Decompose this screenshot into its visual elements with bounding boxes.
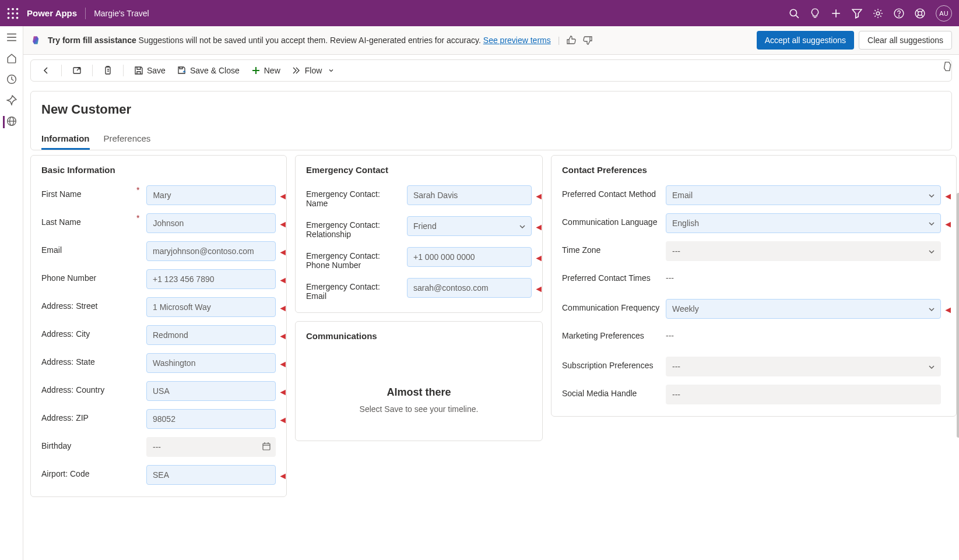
pref-freq-select[interactable]: [666, 299, 941, 319]
state-input[interactable]: [146, 353, 276, 373]
tab-information[interactable]: Information: [41, 129, 90, 150]
suggestion-arrow-icon: ◄: [278, 415, 287, 425]
svg-point-6: [8, 16, 10, 19]
section-title-emergency: Emergency Contact: [306, 165, 532, 175]
app-title: Power Apps: [27, 8, 77, 18]
street-input[interactable]: [146, 297, 276, 317]
new-button[interactable]: New: [247, 64, 285, 78]
svg-line-22: [921, 10, 923, 12]
calendar-icon[interactable]: [262, 442, 271, 451]
tab-preferences[interactable]: Preferences: [104, 129, 151, 150]
airport-input[interactable]: [146, 465, 276, 485]
section-title-prefs: Contact Preferences: [562, 165, 941, 175]
communications-section: Communications Almost there Select Save …: [295, 321, 543, 441]
hamburger-icon[interactable]: [6, 32, 17, 43]
svg-point-5: [16, 12, 19, 15]
city-input[interactable]: [146, 325, 276, 345]
label-pref-freq: Communication Frequency: [562, 303, 659, 312]
thumbs-up-icon[interactable]: [567, 36, 576, 45]
user-avatar[interactable]: AU: [936, 5, 952, 22]
plus-icon[interactable]: [831, 8, 841, 19]
preview-terms-link[interactable]: See preview terms: [483, 36, 551, 45]
help-icon[interactable]: [894, 8, 904, 19]
label-ec-email: Emergency Contact: Email: [306, 282, 380, 301]
lightbulb-icon[interactable]: [810, 8, 820, 19]
ec-phone-input[interactable]: [407, 247, 532, 267]
app-launcher-icon[interactable]: [7, 8, 19, 19]
copilot-side-icon[interactable]: [942, 60, 954, 73]
suggestion-banner: Try form fill assistance Suggestions wil…: [23, 26, 959, 55]
filter-icon[interactable]: [852, 8, 862, 19]
save-button[interactable]: Save: [129, 64, 170, 78]
pinned-icon[interactable]: [6, 95, 17, 105]
suggestion-arrow-icon: ◄: [534, 191, 543, 202]
country-input[interactable]: [146, 381, 276, 401]
pref-subscription-select[interactable]: [666, 357, 941, 376]
suggestion-arrow-icon: ◄: [278, 331, 287, 341]
pref-social-input[interactable]: [666, 385, 941, 404]
svg-point-7: [12, 16, 14, 19]
label-email: Email: [41, 245, 62, 255]
clear-all-button[interactable]: Clear all suggestions: [859, 31, 952, 50]
ec-name-input[interactable]: [407, 185, 532, 205]
thumbs-down-icon[interactable]: [583, 36, 592, 45]
label-state: Address: State: [41, 357, 95, 367]
label-pref-lang: Communication Language: [562, 217, 657, 227]
basic-info-section: Basic Information First Name * ◄ Last Na…: [30, 155, 287, 497]
pref-method-select[interactable]: [666, 185, 941, 205]
suggestion-arrow-icon: ◄: [534, 253, 543, 263]
label-street: Address: Street: [41, 301, 98, 311]
label-pref-times: Preferred Contact Times: [562, 273, 651, 283]
support-icon[interactable]: [915, 8, 925, 19]
timeline-subtext: Select Save to see your timeline.: [306, 404, 532, 414]
pref-marketing-value: ---: [666, 327, 941, 340]
phone-input[interactable]: [146, 269, 276, 289]
required-indicator: *: [136, 185, 139, 195]
open-in-new-button[interactable]: [68, 64, 86, 78]
chevron-down-icon: [328, 66, 335, 75]
save-close-button[interactable]: Save & Close: [173, 64, 244, 78]
scrollbar[interactable]: [954, 193, 959, 560]
label-pref-tz: Time Zone: [562, 245, 600, 255]
globe-icon: [6, 116, 17, 126]
last-name-input[interactable]: [146, 213, 276, 233]
svg-point-0: [8, 8, 10, 10]
svg-point-2: [16, 8, 19, 10]
recent-icon[interactable]: [6, 74, 17, 84]
zip-input[interactable]: [146, 409, 276, 429]
settings-icon[interactable]: [873, 8, 883, 19]
svg-line-19: [916, 10, 918, 12]
label-pref-subscription: Subscription Preferences: [562, 361, 653, 370]
suggestion-arrow-icon: ◄: [278, 471, 287, 481]
svg-rect-34: [263, 443, 270, 450]
ec-email-input[interactable]: [407, 278, 532, 298]
active-nav-item[interactable]: [3, 116, 17, 128]
ec-relationship-select[interactable]: [407, 216, 532, 236]
clipboard-button[interactable]: [99, 64, 117, 78]
email-input[interactable]: [146, 241, 276, 261]
command-bar: Save Save & Close New Flow: [30, 59, 952, 82]
search-icon[interactable]: [789, 8, 799, 19]
birthday-input[interactable]: [146, 437, 276, 457]
pref-times-value: ---: [666, 269, 941, 283]
flow-button[interactable]: Flow: [287, 64, 340, 78]
svg-point-14: [876, 12, 880, 15]
pref-lang-select[interactable]: [666, 213, 941, 233]
suggestion-arrow-icon: ◄: [278, 387, 287, 397]
svg-point-16: [898, 15, 899, 16]
label-first-name: First Name: [41, 189, 81, 199]
label-birthday: Birthday: [41, 441, 71, 450]
home-icon[interactable]: [6, 53, 17, 64]
suggestion-arrow-icon: ◄: [278, 191, 287, 202]
timeline-placeholder: Almost there Select Save to see your tim…: [306, 351, 532, 431]
environment-name[interactable]: Margie's Travel: [94, 9, 149, 18]
suggestion-arrow-icon: ◄: [278, 303, 287, 314]
first-name-input[interactable]: [146, 185, 276, 205]
back-button[interactable]: [37, 64, 55, 78]
pref-tz-select[interactable]: [666, 241, 941, 261]
section-title-comm: Communications: [306, 331, 532, 341]
label-pref-method: Preferred Contact Method: [562, 189, 656, 199]
timeline-heading: Almost there: [306, 386, 532, 399]
accept-all-button[interactable]: Accept all suggestions: [757, 31, 854, 50]
svg-point-4: [12, 12, 14, 15]
